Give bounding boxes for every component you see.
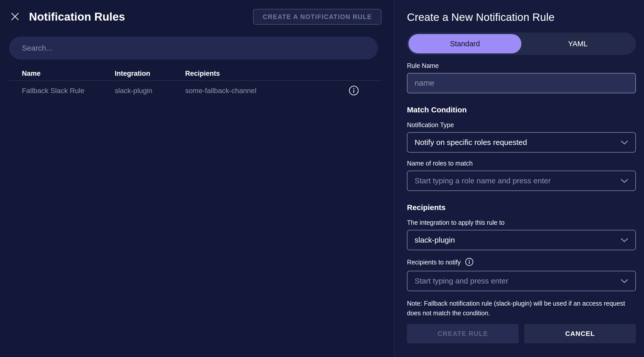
fallback-note: Note: Fallback notification rule (slack-… [407, 299, 636, 318]
tab-standard[interactable]: Standard [408, 34, 521, 53]
rule-name-label: Rule Name [407, 62, 636, 69]
table-row[interactable]: Fallback Slack Rule slack-plugin some-fa… [9, 81, 382, 101]
column-header-recipients: Recipients [185, 70, 346, 78]
table-header-row: Name Integration Recipients [9, 67, 382, 81]
integration-cell: slack-plugin [115, 87, 185, 95]
info-icon [348, 85, 359, 97]
integration-select[interactable]: slack-plugin [407, 230, 636, 250]
rule-name-cell: Fallback Slack Rule [9, 87, 115, 95]
roles-to-match-label: Name of roles to match [407, 160, 636, 167]
notification-rules-panel: Notification Rules CREATE A NOTIFICATION… [0, 0, 394, 357]
chevron-down-icon [621, 138, 628, 147]
create-notification-rule-button[interactable]: CREATE A NOTIFICATION RULE [253, 9, 382, 25]
create-rule-panel: Create a New Notification Rule Standard … [395, 0, 644, 357]
recipients-to-notify-label: Recipients to notify [407, 257, 636, 267]
recipients-cell: some-fallback-channel [185, 87, 346, 95]
recipients-to-notify-select[interactable]: Start typing and press enter [407, 271, 636, 291]
roles-to-match-select[interactable]: Start typing a role name and press enter [407, 171, 636, 191]
rules-table: Name Integration Recipients Fallback Sla… [9, 67, 382, 101]
notification-type-select[interactable]: Notify on specific roles requested [407, 132, 636, 153]
notification-type-value: Notify on specific roles requested [415, 138, 527, 147]
create-rule-button[interactable]: CREATE RULE [407, 324, 519, 343]
integration-value: slack-plugin [415, 236, 455, 244]
recipients-heading: Recipients [407, 203, 636, 212]
match-condition-heading: Match Condition [407, 106, 636, 114]
row-info-button[interactable] [348, 85, 359, 97]
chevron-down-icon [621, 277, 628, 285]
mode-toggle: Standard YAML [407, 33, 636, 55]
integration-label: The integration to apply this rule to [407, 219, 636, 226]
recipients-info-button[interactable] [465, 257, 474, 267]
chevron-down-icon [621, 236, 628, 244]
form-actions: CREATE RULE CANCEL [407, 324, 636, 343]
recipients-to-notify-label-text: Recipients to notify [407, 259, 461, 266]
cancel-button[interactable]: CANCEL [524, 324, 636, 343]
tab-yaml[interactable]: YAML [521, 34, 634, 53]
create-rule-title: Create a New Notification Rule [407, 11, 636, 23]
column-header-name: Name [9, 70, 115, 78]
recipients-to-notify-placeholder: Start typing and press enter [415, 277, 508, 285]
left-panel-header: Notification Rules CREATE A NOTIFICATION… [9, 9, 382, 25]
rule-name-input[interactable] [407, 73, 636, 93]
column-header-integration: Integration [115, 70, 185, 78]
page-title: Notification Rules [29, 10, 125, 23]
info-icon [465, 257, 474, 267]
close-button[interactable] [9, 11, 21, 23]
notification-type-label: Notification Type [407, 121, 636, 129]
close-icon [11, 12, 19, 22]
roles-to-match-placeholder: Start typing a role name and press enter [415, 176, 551, 185]
chevron-down-icon [621, 176, 628, 185]
search-input[interactable] [9, 37, 378, 60]
